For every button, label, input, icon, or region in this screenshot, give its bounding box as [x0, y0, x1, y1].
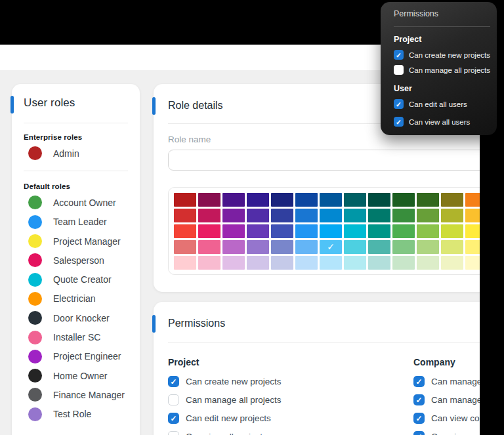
color-swatch[interactable] [344, 209, 366, 222]
permissions-column-project: Project ✓Can create new projectsCan mana… [168, 357, 413, 435]
checkbox-label: Can edit all users [409, 100, 467, 108]
color-swatch[interactable] [392, 209, 415, 222]
checkbox-row[interactable]: Can manage all projects [168, 393, 413, 406]
color-swatch[interactable] [198, 209, 220, 222]
checkbox-row[interactable]: ✓Can create new projects [168, 375, 413, 388]
color-swatch[interactable] [174, 224, 196, 238]
color-swatch[interactable] [392, 256, 415, 270]
color-swatch[interactable] [417, 193, 439, 207]
color-swatch[interactable] [247, 209, 269, 222]
color-swatch[interactable] [174, 193, 196, 207]
color-swatch[interactable] [295, 193, 318, 207]
color-swatch[interactable] [247, 256, 269, 270]
color-swatch[interactable] [198, 224, 220, 238]
color-swatch[interactable] [368, 256, 390, 270]
checkbox-checked-icon[interactable]: ✓ [394, 117, 404, 127]
color-swatch[interactable] [271, 256, 293, 270]
color-swatch[interactable] [198, 193, 220, 207]
color-swatch[interactable] [174, 209, 196, 222]
color-swatch[interactable] [441, 224, 463, 238]
color-swatch[interactable] [320, 224, 342, 238]
color-swatch[interactable] [392, 224, 415, 238]
color-swatch[interactable] [320, 209, 342, 222]
checkbox-row[interactable]: ✓Can edit new projects [168, 411, 413, 425]
checkbox-row[interactable]: ✓Can create new projects [394, 49, 497, 61]
role-list-item[interactable]: Door Knocker [24, 308, 128, 327]
checkbox-unchecked-icon[interactable] [394, 65, 404, 75]
color-swatch[interactable] [320, 193, 342, 207]
color-swatch[interactable] [174, 256, 196, 270]
color-swatch[interactable] [417, 240, 439, 254]
checkbox-checked-icon[interactable]: ✓ [413, 413, 425, 424]
color-swatch[interactable] [174, 240, 196, 254]
checkbox-checked-icon[interactable]: ✓ [394, 50, 404, 60]
color-swatch[interactable] [222, 209, 245, 222]
role-name-input[interactable] [168, 150, 504, 171]
color-swatch[interactable] [271, 209, 293, 222]
popup-title: Permissions [394, 9, 497, 18]
checkbox-unchecked-icon[interactable] [168, 431, 179, 435]
color-swatch[interactable] [222, 193, 245, 207]
color-swatch[interactable] [417, 209, 439, 222]
checkbox-row[interactable]: Can view all projects [168, 430, 413, 435]
color-swatch[interactable] [392, 240, 415, 254]
role-list-item[interactable]: Project Manager [24, 232, 128, 251]
color-swatch[interactable] [271, 240, 293, 254]
color-swatch[interactable] [344, 193, 366, 207]
checkbox-unchecked-icon[interactable] [168, 394, 179, 405]
checkbox-checked-icon[interactable]: ✓ [413, 394, 425, 405]
color-swatch[interactable] [344, 224, 366, 238]
color-swatch[interactable] [247, 240, 269, 254]
role-list-item[interactable]: Admin [24, 144, 128, 163]
checkbox-checked-icon[interactable]: ✓ [413, 376, 425, 387]
role-list-item[interactable]: Project Engineer [24, 347, 128, 366]
color-swatch[interactable] [295, 256, 318, 270]
color-swatch[interactable] [222, 256, 245, 270]
role-list-item[interactable]: Team Leader [24, 213, 128, 232]
color-swatch[interactable] [320, 256, 342, 270]
color-swatch[interactable] [368, 193, 390, 207]
color-swatch[interactable] [222, 224, 245, 238]
checkbox-checked-icon[interactable]: ✓ [394, 99, 404, 109]
role-color-dot [28, 146, 42, 160]
color-swatch[interactable] [295, 240, 318, 254]
role-list-item[interactable]: Salesperson [24, 251, 128, 270]
color-swatch[interactable] [222, 240, 245, 254]
color-swatch[interactable] [271, 193, 293, 207]
permissions-title: Permissions [168, 318, 504, 329]
color-swatch[interactable] [247, 224, 269, 238]
color-swatch[interactable] [441, 256, 463, 270]
color-swatch[interactable] [295, 224, 318, 238]
color-swatch[interactable] [198, 256, 220, 270]
color-swatch-selected[interactable]: ✓ [320, 240, 342, 254]
role-list-item[interactable]: Account Owner [24, 193, 128, 212]
checkbox-checked-icon[interactable]: ✓ [168, 413, 179, 424]
role-list-item[interactable]: Test Role [24, 405, 128, 424]
color-swatch[interactable] [247, 193, 269, 207]
role-list-item[interactable]: Installer SC [24, 327, 128, 346]
color-swatch[interactable] [368, 240, 390, 254]
color-swatch[interactable] [368, 209, 390, 222]
role-list-item[interactable]: Electrician [24, 289, 128, 308]
color-swatch[interactable] [417, 256, 439, 270]
color-swatch[interactable] [417, 224, 439, 238]
role-list-item[interactable]: Quote Creator [24, 270, 128, 289]
color-swatch[interactable] [441, 193, 463, 207]
checkbox-row[interactable]: ✓Can edit all users [394, 98, 497, 110]
color-swatch[interactable] [295, 209, 318, 222]
divider [24, 123, 128, 123]
color-swatch[interactable] [441, 209, 463, 222]
checkbox-row[interactable]: Can manage all projects [394, 64, 497, 76]
checkbox-checked-icon[interactable]: ✓ [168, 376, 179, 387]
color-swatch[interactable] [344, 256, 366, 270]
color-swatch[interactable] [441, 240, 463, 254]
color-swatch[interactable] [368, 224, 390, 238]
color-swatch[interactable] [392, 193, 415, 207]
checkbox-row[interactable]: ✓Can view all users [394, 115, 497, 128]
role-list-item[interactable]: Home Owner [24, 366, 128, 385]
color-swatch[interactable] [271, 224, 293, 238]
color-swatch[interactable] [344, 240, 366, 254]
color-swatch[interactable] [198, 240, 220, 254]
checkbox-checked-icon[interactable]: ✓ [413, 431, 425, 435]
role-list-item[interactable]: Finance Manager [24, 385, 128, 404]
